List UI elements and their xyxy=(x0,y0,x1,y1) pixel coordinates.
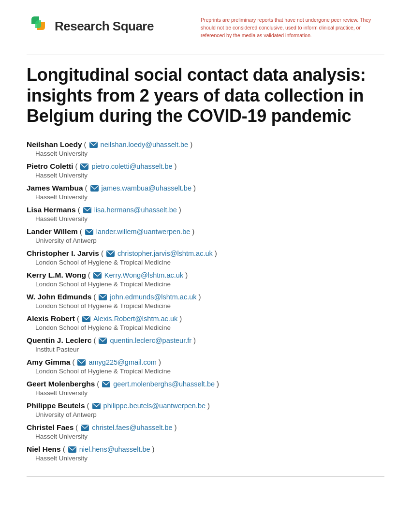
email-icon xyxy=(80,423,90,432)
author-name-line: Quentin J. Leclerc ( quentin.leclerc@pas… xyxy=(27,336,384,345)
author-paren-open: ( xyxy=(78,206,80,214)
author-email-link[interactable]: quentin.leclerc@pasteur.fr xyxy=(110,337,191,344)
author-paren-open: ( xyxy=(93,293,96,301)
email-icon xyxy=(92,271,103,280)
authors-section: Neilshan Loedy ( neilshan.loedy@uhasselt… xyxy=(27,140,384,462)
author-name: Lander Willem xyxy=(27,227,78,236)
author-email-link[interactable]: lisa.hermans@uhasselt.be xyxy=(94,206,177,214)
author-block: Christel Faes ( christel.faes@uhasselt.b… xyxy=(27,423,384,440)
page: Research Square Preprints are preliminar… xyxy=(0,0,411,532)
author-name-line: Geert Molenberghs ( geert.molenberghs@uh… xyxy=(27,380,384,388)
author-block: Christopher I. Jarvis ( christopher.jarv… xyxy=(27,249,384,266)
author-block: Lisa Hermans ( lisa.hermans@uhasselt.be … xyxy=(27,206,384,222)
author-paren-close: ) xyxy=(152,445,155,453)
author-paren-close: ) xyxy=(192,227,194,236)
author-paren-open: ( xyxy=(75,162,77,170)
author-block: Lander Willem ( lander.willem@uantwerpen… xyxy=(27,227,384,244)
author-paren-open: ( xyxy=(101,249,103,257)
author-paren-open: ( xyxy=(63,445,65,453)
author-paren-close: ) xyxy=(215,249,217,257)
author-affiliation: Hasselt University xyxy=(35,389,384,397)
author-email-link[interactable]: neilshan.loedy@uhasselt.be xyxy=(101,141,189,148)
author-paren-close: ) xyxy=(198,293,201,301)
author-paren-close: ) xyxy=(179,206,181,214)
email-icon xyxy=(76,358,87,367)
author-paren-close: ) xyxy=(175,162,177,170)
author-paren-close: ) xyxy=(217,380,219,388)
author-paren-open: ( xyxy=(84,140,87,148)
author-name: Christopher I. Jarvis xyxy=(27,249,99,258)
author-email-link[interactable]: james.wambua@uhasselt.be xyxy=(102,184,191,192)
research-square-logo-icon xyxy=(27,15,50,38)
author-affiliation: Hasselt University xyxy=(35,433,384,440)
author-affiliation: London School of Hygiene & Tropical Medi… xyxy=(35,281,384,288)
author-name-line: Pietro Coletti ( pietro.coletti@uhasselt… xyxy=(27,162,384,171)
author-block: Amy Gimma ( amyg225@gmail.com )London Sc… xyxy=(27,358,384,375)
author-name: Neilshan Loedy xyxy=(27,140,82,149)
author-block: Geert Molenberghs ( geert.molenberghs@uh… xyxy=(27,380,384,397)
author-affiliation: University of Antwerp xyxy=(35,237,384,244)
author-name-line: W. John Edmunds ( john.edmunds@lshtm.ac.… xyxy=(27,293,384,301)
author-block: Kerry L.M. Wong ( Kerry.Wong@lshtm.ac.uk… xyxy=(27,271,384,288)
email-icon xyxy=(98,293,108,301)
author-name: Quentin J. Leclerc xyxy=(27,336,91,345)
email-icon xyxy=(105,249,116,258)
email-icon xyxy=(67,445,77,454)
author-paren-close: ) xyxy=(175,423,177,431)
author-affiliation: Hasselt University xyxy=(35,215,384,222)
author-name-line: James Wambua ( james.wambua@uhasselt.be … xyxy=(27,184,384,192)
author-paren-close: ) xyxy=(193,336,196,344)
author-paren-close: ) xyxy=(179,314,182,323)
author-name: Amy Gimma xyxy=(27,358,70,367)
author-block: Neilshan Loedy ( neilshan.loedy@uhasselt… xyxy=(27,140,384,157)
author-affiliation: University of Antwerp xyxy=(35,411,384,418)
author-paren-open: ( xyxy=(77,314,79,323)
author-block: James Wambua ( james.wambua@uhasselt.be … xyxy=(27,184,384,201)
author-email-link[interactable]: john.edmunds@lshtm.ac.uk xyxy=(110,293,196,301)
email-icon xyxy=(98,336,108,345)
author-paren-open: ( xyxy=(80,227,82,236)
author-name-line: Lisa Hermans ( lisa.hermans@uhasselt.be … xyxy=(27,206,384,214)
email-icon xyxy=(89,184,100,192)
email-icon xyxy=(84,227,94,236)
email-icon xyxy=(81,314,91,323)
author-name-line: Neilshan Loedy ( neilshan.loedy@uhasselt… xyxy=(27,140,384,149)
author-block: Alexis Robert ( Alexis.Robert@lshtm.ac.u… xyxy=(27,314,384,331)
author-email-link[interactable]: Alexis.Robert@lshtm.ac.uk xyxy=(93,315,177,323)
author-email-link[interactable]: pietro.coletti@uhasselt.be xyxy=(91,163,172,170)
author-paren-open: ( xyxy=(93,336,96,344)
author-email-link[interactable]: niel.hens@uhasselt.be xyxy=(79,445,150,453)
email-icon xyxy=(88,140,99,149)
author-name-line: Kerry L.M. Wong ( Kerry.Wong@lshtm.ac.uk… xyxy=(27,271,384,280)
author-paren-open: ( xyxy=(88,271,90,279)
author-email-link[interactable]: Kerry.Wong@lshtm.ac.uk xyxy=(104,271,183,279)
author-email-link[interactable]: christel.faes@uhasselt.be xyxy=(92,424,172,431)
author-paren-open: ( xyxy=(97,380,99,388)
email-icon xyxy=(101,380,111,388)
author-affiliation: London School of Hygiene & Tropical Medi… xyxy=(35,259,384,266)
email-icon xyxy=(91,401,102,410)
logo-area: Research Square xyxy=(27,15,154,38)
author-email-link[interactable]: philippe.beutels@uantwerpen.be xyxy=(103,402,206,410)
author-paren-close: ) xyxy=(190,140,192,148)
author-block: Quentin J. Leclerc ( quentin.leclerc@pas… xyxy=(27,336,384,353)
author-email-link[interactable]: geert.molenberghs@uhasselt.be xyxy=(113,380,215,388)
author-email-link[interactable]: lander.willem@uantwerpen.be xyxy=(96,228,190,236)
disclaimer-text: Preprints are preliminary reports that h… xyxy=(201,15,384,39)
author-affiliation: Hasselt University xyxy=(35,150,384,157)
author-name: Alexis Robert xyxy=(27,314,75,323)
author-affiliation: London School of Hygiene & Tropical Medi… xyxy=(35,324,384,331)
email-icon xyxy=(79,162,89,171)
author-email-link[interactable]: amyg225@gmail.com xyxy=(88,358,156,366)
author-affiliation: Hasselt University xyxy=(35,193,384,201)
author-affiliation: Institut Pasteur xyxy=(35,346,384,353)
author-block: Philippe Beutels ( philippe.beutels@uant… xyxy=(27,401,384,418)
author-name-line: Niel Hens ( niel.hens@uhasselt.be ) xyxy=(27,445,384,454)
author-name-line: Christopher I. Jarvis ( christopher.jarv… xyxy=(27,249,384,258)
author-block: W. John Edmunds ( john.edmunds@lshtm.ac.… xyxy=(27,293,384,310)
author-name: Niel Hens xyxy=(27,445,61,454)
author-paren-close: ) xyxy=(159,358,161,366)
author-email-link[interactable]: christopher.jarvis@lshtm.ac.uk xyxy=(117,250,213,257)
author-paren-open: ( xyxy=(72,358,74,366)
author-name-line: Amy Gimma ( amyg225@gmail.com ) xyxy=(27,358,384,367)
